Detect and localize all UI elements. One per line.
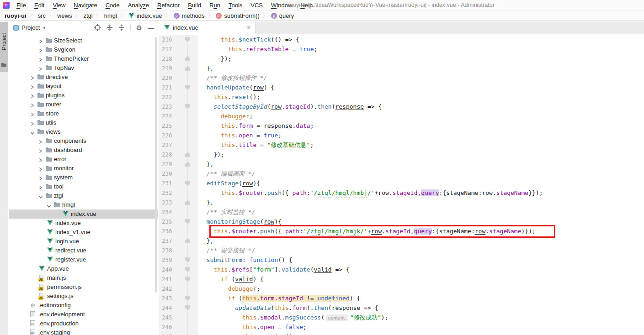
- tree-item-directive[interactable]: directive: [9, 73, 158, 82]
- code-line-225[interactable]: 225 this.form = response.data;: [159, 121, 644, 131]
- chevron-right-icon[interactable]: [38, 38, 43, 45]
- tree-item-permission-js[interactable]: JSpermission.js: [9, 283, 158, 292]
- tree-item-hmgl[interactable]: hmgl: [9, 200, 158, 209]
- code-line-217[interactable]: 217 this.refreshTable = true;: [159, 44, 644, 54]
- code-line-238[interactable]: 238 /** 提交按钮 */: [159, 246, 644, 255]
- menu-build[interactable]: Build: [184, 0, 205, 10]
- tree-item-themepicker[interactable]: ThemePicker: [9, 54, 158, 63]
- tree-item-views[interactable]: views: [9, 127, 158, 136]
- breadcrumb-item-hmgl[interactable]: hmgl: [104, 12, 117, 19]
- code-line-226[interactable]: 226 this.open = true;: [159, 131, 644, 140]
- menu-edit[interactable]: Edit: [30, 0, 48, 10]
- menu-view[interactable]: View: [48, 0, 69, 10]
- code-line-233[interactable]: 233 },: [159, 198, 644, 207]
- fold-marker-icon[interactable]: [185, 305, 190, 310]
- menu-analyze[interactable]: Analyze: [124, 0, 153, 10]
- code-line-241[interactable]: 241 if (valid) {: [159, 274, 644, 284]
- tree-item-index-vue[interactable]: index.vue: [9, 219, 158, 228]
- tree-item-redirect-vue[interactable]: redirect.vue: [9, 246, 158, 255]
- code-line-224[interactable]: 224 debugger;: [159, 111, 644, 121]
- fold-marker-icon[interactable]: [185, 257, 190, 262]
- chevron-right-icon[interactable]: [38, 139, 43, 146]
- close-icon[interactable]: ✕: [246, 24, 251, 31]
- tree-item-dashboard[interactable]: dashboard: [9, 146, 158, 155]
- chevron-right-icon[interactable]: [38, 47, 43, 54]
- tree-item-topnav[interactable]: TopNav: [9, 63, 158, 73]
- menu-refactor[interactable]: Refactor: [153, 0, 184, 10]
- tree-item-tool[interactable]: tool: [9, 182, 158, 191]
- tree-item-system[interactable]: system: [9, 173, 158, 182]
- code-line-223[interactable]: 223 selectStageById(row.stageId).then(re…: [159, 102, 644, 111]
- code-line-219[interactable]: 219 },: [159, 63, 644, 73]
- chevron-right-icon[interactable]: [30, 111, 34, 118]
- code-line-230[interactable]: 230 /** 编辑画面 */: [159, 169, 644, 178]
- breadcrumb-item-ztgl[interactable]: ztgl: [84, 12, 93, 19]
- tree-item--env-production[interactable]: .env.production: [9, 319, 158, 328]
- menu-navigate[interactable]: Navigate: [69, 0, 101, 10]
- chevron-right-icon[interactable]: [38, 184, 43, 191]
- tree-item-login-vue[interactable]: login.vue: [9, 237, 158, 246]
- code-line-229[interactable]: 229 },: [159, 159, 644, 169]
- tree-item-store[interactable]: store: [9, 109, 158, 118]
- chevron-down-icon[interactable]: ▼: [42, 26, 46, 30]
- menu-file[interactable]: File: [12, 0, 30, 10]
- fold-marker-icon[interactable]: [185, 267, 190, 272]
- fold-marker-icon[interactable]: [185, 85, 190, 90]
- menu-tools[interactable]: Tools: [224, 0, 246, 10]
- code-line-231[interactable]: 231 editStage(row){: [159, 178, 644, 188]
- tree-item-layout[interactable]: layout: [9, 82, 158, 91]
- chevron-right-icon[interactable]: [30, 102, 34, 109]
- project-view-selector[interactable]: Project: [21, 24, 40, 31]
- fold-marker-icon[interactable]: [185, 104, 190, 109]
- tree-item-error[interactable]: error: [9, 155, 158, 164]
- chevron-right-icon[interactable]: [30, 75, 34, 82]
- fold-marker-icon[interactable]: [185, 277, 190, 282]
- tree-item-components[interactable]: components: [9, 136, 158, 146]
- chevron-right-icon[interactable]: [30, 120, 34, 127]
- tree-item-svgicon[interactable]: SvgIcon: [9, 45, 158, 54]
- tree-item--env-staging[interactable]: .env.staging: [9, 328, 158, 335]
- menu-code[interactable]: Code: [101, 0, 124, 10]
- tree-item-sizeselect[interactable]: SizeSelect: [9, 36, 158, 45]
- tree-item-ztgl[interactable]: ztgl: [9, 191, 158, 200]
- code-line-246[interactable]: 246 this.open = false;: [159, 322, 644, 332]
- chevron-right-icon[interactable]: [30, 84, 34, 91]
- code-line-228[interactable]: 228 });: [159, 150, 644, 159]
- tree-item-main-js[interactable]: JSmain.js: [9, 273, 158, 283]
- code-line-227[interactable]: 227 this.title = "修改基础信息";: [159, 140, 644, 150]
- tree-item-utils[interactable]: utils: [9, 118, 158, 127]
- fold-marker-icon[interactable]: [185, 37, 190, 42]
- code-line-220[interactable]: 220 /** 修改按钮操作 */: [159, 73, 644, 83]
- fold-marker-icon[interactable]: [185, 162, 190, 167]
- breadcrumb-item-methods[interactable]: pmethods: [174, 12, 205, 19]
- breadcrumb-item-submitform-[interactable]: msubmitForm(): [216, 12, 259, 19]
- chevron-down-icon[interactable]: [47, 203, 51, 209]
- hide-icon[interactable]: —: [148, 25, 154, 31]
- chevron-right-icon[interactable]: [30, 93, 34, 100]
- code-line-243[interactable]: 243 if (this.form.stageId != undefined) …: [159, 293, 644, 303]
- tree-item-app-vue[interactable]: App.vue: [9, 264, 158, 273]
- fold-marker-icon[interactable]: [185, 66, 190, 71]
- code-line-218[interactable]: 218 });: [159, 54, 644, 63]
- code-line-221[interactable]: 221 handleUpdate(row) {: [159, 83, 644, 92]
- breadcrumb-item-ruoyi-ui[interactable]: ruoyi-ui: [5, 12, 27, 19]
- editor-tab-indexvue[interactable]: index.vue ✕: [159, 21, 255, 34]
- fold-marker-icon[interactable]: [185, 219, 190, 224]
- chevron-right-icon[interactable]: [38, 157, 43, 164]
- fold-marker-icon[interactable]: [185, 181, 190, 186]
- tree-item--env-development[interactable]: .env.development: [9, 310, 158, 319]
- tree-item-register-vue[interactable]: register.vue: [9, 255, 158, 264]
- code-line-242[interactable]: 242 debugger;: [159, 284, 644, 293]
- settings-icon[interactable]: ⚙: [136, 24, 142, 31]
- fold-marker-icon[interactable]: [185, 296, 190, 301]
- chevron-right-icon[interactable]: [38, 57, 43, 63]
- code-line-222[interactable]: 222 this.reset();: [159, 92, 644, 102]
- tree-item--editorconfig[interactable]: ⚙.editorconfig: [9, 301, 158, 310]
- code-line-232[interactable]: 232 this.$router.push({ path:'/ztgl/hmgl…: [159, 188, 644, 198]
- code-editor[interactable]: 216 this.$nextTick(() => {217 this.refre…: [159, 35, 644, 335]
- locate-icon[interactable]: [94, 24, 101, 31]
- code-line-245[interactable]: 245 this.$modal.msgSuccess(content:"修改成功…: [159, 313, 644, 322]
- tree-item-index-v1-vue[interactable]: index_v1.vue: [9, 228, 158, 237]
- tree-item-settings-js[interactable]: JSsettings.js: [9, 292, 158, 301]
- breadcrumb-item-views[interactable]: views: [57, 12, 72, 19]
